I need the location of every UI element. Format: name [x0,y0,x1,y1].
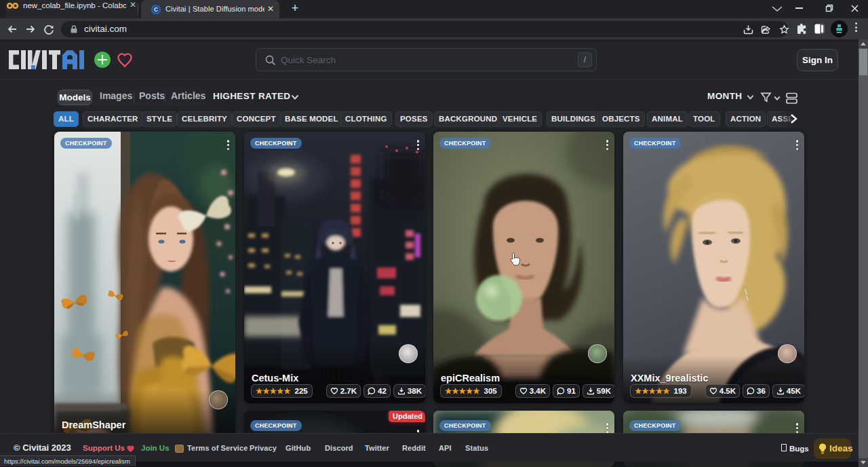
svg-text:C: C [154,6,158,13]
